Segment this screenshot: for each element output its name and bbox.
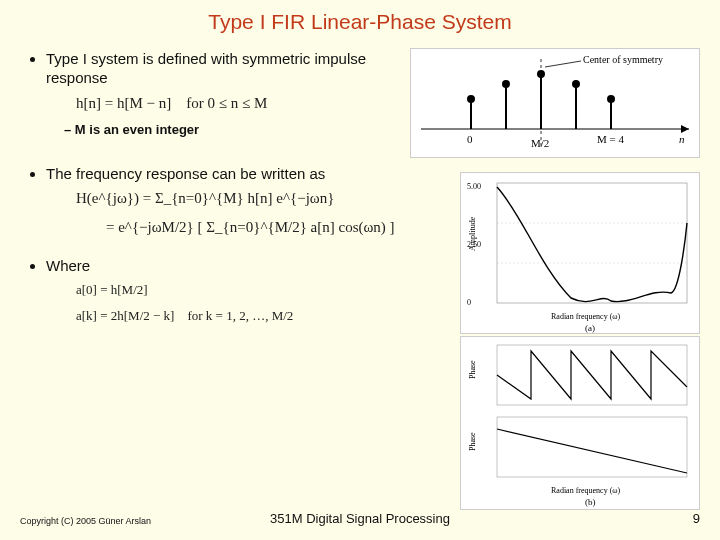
fig3-xlabel: Radian frequency (ω) bbox=[551, 486, 621, 495]
eq-ak: a[k] = 2h[M/2 − k] for k = 1, 2, …, M/2 bbox=[76, 308, 424, 324]
svg-rect-18 bbox=[497, 417, 687, 477]
svg-point-3 bbox=[468, 96, 474, 102]
fig2-yt2: 0 bbox=[467, 298, 471, 307]
fig2-ylabel: Amplitude bbox=[468, 216, 477, 251]
fig1-xtick-2: M = 4 bbox=[597, 133, 624, 145]
bullet-1-text: Type I system is defined with symmetric … bbox=[46, 50, 366, 86]
fig2-xlabel: Radian frequency (ω) bbox=[551, 312, 621, 321]
bullet-3: Where a[0] = h[M/2] a[k] = 2h[M/2 − k] f… bbox=[46, 257, 424, 324]
eq-Hsum: H(e^{jω}) = Σ_{n=0}^{M} h[n] e^{−jωn} bbox=[76, 189, 424, 208]
svg-rect-14 bbox=[497, 183, 687, 303]
fig2-caption: (a) bbox=[585, 323, 595, 333]
bullet-2-text: The frequency response can be written as bbox=[46, 165, 325, 182]
slide-title: Type I FIR Linear-Phase System bbox=[0, 0, 720, 34]
bullet-1-sub: M is an even integer bbox=[64, 122, 424, 138]
figure-impulse-response: Center of symmetry 0 M/2 M = 4 n bbox=[410, 48, 700, 158]
footer-page-number: 9 bbox=[693, 511, 700, 526]
fig1-annotation: Center of symmetry bbox=[583, 54, 663, 65]
fig1-xtick-1: M/2 bbox=[531, 137, 549, 149]
slide: Type I FIR Linear-Phase System Type I sy… bbox=[0, 0, 720, 540]
eq-hdef: h[n] = h[M − n] for 0 ≤ n ≤ M bbox=[76, 94, 424, 113]
fig3-caption: (b) bbox=[585, 497, 596, 507]
svg-marker-1 bbox=[681, 125, 689, 133]
svg-line-13 bbox=[545, 61, 581, 67]
eq-Hcos: = e^{−jωM/2} [ Σ_{n=0}^{M/2} a[n] cos(ωn… bbox=[106, 218, 424, 237]
svg-rect-17 bbox=[497, 345, 687, 405]
fig1-xtick-0: 0 bbox=[467, 133, 473, 145]
content-column: Type I system is defined with symmetric … bbox=[24, 50, 424, 334]
bullet-2: The frequency response can be written as… bbox=[46, 165, 424, 237]
fig2-yt0: 5.00 bbox=[467, 182, 481, 191]
svg-point-11 bbox=[608, 96, 614, 102]
svg-point-5 bbox=[503, 81, 509, 87]
eq-a0: a[0] = h[M/2] bbox=[76, 282, 424, 298]
svg-line-19 bbox=[497, 429, 687, 473]
bullet-3-text: Where bbox=[46, 257, 90, 274]
svg-point-9 bbox=[573, 81, 579, 87]
bullet-1: Type I system is defined with symmetric … bbox=[46, 50, 424, 139]
figure-phase: Phase Phase Radian frequency (ω) (b) bbox=[460, 336, 700, 510]
figure-amplitude: 5.00 2.50 0 Amplitude Radian frequency (… bbox=[460, 172, 700, 334]
fig1-axis-n: n bbox=[679, 133, 685, 145]
bullet-list: Type I system is defined with symmetric … bbox=[24, 50, 424, 324]
footer-course: 351M Digital Signal Processing bbox=[0, 511, 720, 526]
fig3-ylabel-bot: Phase bbox=[468, 432, 477, 451]
fig3-ylabel-top: Phase bbox=[468, 360, 477, 379]
